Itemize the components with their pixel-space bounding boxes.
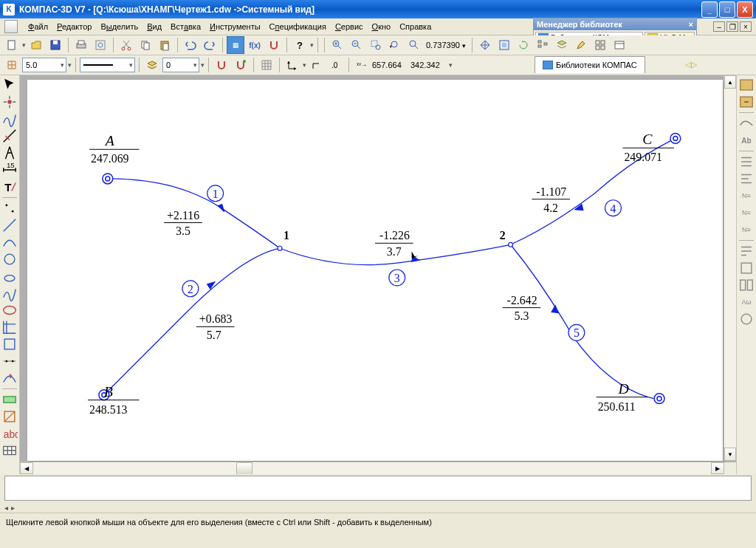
paste-button[interactable] [156, 36, 173, 54]
cut-button[interactable] [117, 36, 135, 54]
rtool-f[interactable] [738, 171, 755, 187]
layer-select[interactable]: 0 [162, 58, 199, 72]
vtool-n[interactable]: abc [1, 425, 18, 442]
select-tool[interactable] [1, 77, 18, 93]
fx-button[interactable]: f(x) [246, 36, 264, 54]
vtool-i[interactable] [1, 336, 18, 352]
maximize-button[interactable]: □ [719, 1, 735, 18]
lib-next-icon[interactable]: ▷ [691, 60, 697, 69]
menu-window[interactable]: Окно [368, 22, 396, 31]
lib-tab[interactable]: Библиотеки КОМПАС [535, 56, 645, 73]
menu-spec[interactable]: Спецификация [265, 22, 331, 31]
preview-button[interactable] [92, 36, 109, 54]
menu-insert[interactable]: Вставка [166, 22, 205, 31]
edit-obj-button[interactable] [572, 36, 590, 54]
copy-button[interactable] [137, 36, 154, 54]
menu-file[interactable]: ФФайлайл [24, 22, 52, 31]
vtool-o[interactable] [1, 442, 18, 459]
scroll-left-icon[interactable]: ◀ [20, 462, 33, 474]
vtool-e[interactable] [1, 268, 18, 284]
vtool-j[interactable] [1, 353, 18, 369]
lcs-button[interactable] [284, 56, 301, 74]
spline-tool[interactable] [1, 111, 18, 127]
line2-tool[interactable] [1, 128, 18, 144]
zoom-prev-button[interactable] [386, 36, 404, 54]
vtool-g[interactable] [1, 302, 18, 318]
rtool-h[interactable]: N≡ [738, 205, 755, 221]
open-button[interactable] [27, 36, 45, 54]
vtool-m[interactable] [1, 408, 18, 425]
tree-button[interactable] [534, 36, 551, 54]
rtool-l[interactable] [738, 277, 755, 293]
props-button[interactable] [611, 36, 628, 54]
lib-prev-icon[interactable]: ◁ [685, 60, 691, 69]
scroll-thumb[interactable] [236, 462, 252, 474]
magnet-button[interactable] [265, 36, 283, 54]
scroll-right-icon[interactable]: ▶ [711, 462, 724, 474]
menu-edit[interactable]: Редактор [52, 22, 96, 31]
minimize-button[interactable]: _ [701, 1, 718, 18]
vtool-c[interactable] [1, 234, 18, 250]
rtool-b[interactable] [738, 94, 755, 110]
menu-tools[interactable]: Инструменты [205, 22, 265, 31]
scroll-up-icon[interactable]: ▲ [724, 75, 736, 89]
rtool-m[interactable]: Aω [738, 294, 755, 310]
scrollbar-horizontal[interactable]: ◀ ▶ [20, 462, 724, 474]
rtool-j[interactable] [738, 243, 755, 259]
rtool-a[interactable] [738, 77, 755, 93]
menu-view[interactable]: Вид [142, 22, 166, 31]
vtool-k[interactable] [1, 370, 18, 386]
grid-button[interactable] [258, 56, 275, 74]
frames-button[interactable] [591, 36, 609, 54]
tab-next-icon[interactable]: ▸ [11, 504, 15, 512]
undo-button[interactable] [182, 36, 199, 54]
round-button[interactable]: .0 [327, 56, 345, 74]
zoom-value[interactable]: 0.737390 ▾ [425, 41, 468, 49]
rtool-d[interactable]: Ab [738, 132, 755, 148]
new-button[interactable] [3, 36, 21, 54]
zoom-window-button[interactable] [367, 36, 385, 54]
mdi-restore[interactable]: ❐ [726, 21, 738, 32]
rtool-c[interactable] [738, 115, 755, 131]
save-button[interactable] [47, 36, 64, 54]
magnet2-button[interactable] [213, 56, 230, 74]
fit-button[interactable] [495, 36, 513, 54]
redo-button[interactable] [201, 36, 219, 54]
layers-button[interactable] [553, 36, 571, 54]
menu-service[interactable]: Сервис [331, 22, 368, 31]
ortho-button[interactable] [308, 56, 326, 74]
pan-button[interactable] [476, 36, 494, 54]
scroll-down-icon[interactable]: ▼ [724, 448, 736, 461]
vtool-d[interactable] [1, 251, 18, 267]
rtool-n[interactable] [738, 311, 755, 327]
zoom-in-button[interactable] [329, 36, 346, 54]
point-tool[interactable] [1, 94, 18, 110]
print-button[interactable] [72, 36, 90, 54]
rtool-i[interactable]: N≡ [738, 222, 755, 238]
scrollbar-vertical[interactable]: ▲ ▼ [724, 75, 736, 461]
magnet3-button[interactable] [232, 56, 250, 74]
regen-button[interactable] [515, 36, 532, 54]
libmgr-close-icon[interactable]: × [689, 20, 693, 29]
rtool-g[interactable]: N≡ [738, 188, 755, 204]
compass-tool[interactable] [1, 145, 18, 161]
rtool-k[interactable] [738, 260, 755, 276]
text-tool[interactable]: T [1, 179, 18, 195]
mdi-close[interactable]: × [740, 21, 752, 32]
mdi-min[interactable]: – [713, 21, 725, 32]
zoom-out-button[interactable] [348, 36, 365, 54]
vtool-l[interactable] [1, 391, 18, 408]
step-input[interactable]: 5.0 [22, 58, 66, 72]
dim-tool[interactable]: 15 [1, 162, 18, 178]
help-button[interactable]: ? [291, 36, 309, 54]
menu-select[interactable]: Выделить [96, 22, 142, 31]
tab-prev-icon[interactable]: ◂ [4, 504, 8, 512]
vtool-b[interactable] [1, 217, 18, 233]
style-select[interactable] [80, 58, 135, 72]
drawing-canvas[interactable]: 1 2 3 4 5 1 2 A 247.069 B 248.513 C 249 [27, 80, 723, 461]
menu-help[interactable]: Справка [395, 22, 436, 31]
calc-button[interactable]: ▦ [227, 36, 244, 54]
close-button[interactable]: X [737, 1, 753, 18]
vtool-h[interactable] [1, 319, 18, 335]
rtool-e[interactable] [738, 154, 755, 170]
